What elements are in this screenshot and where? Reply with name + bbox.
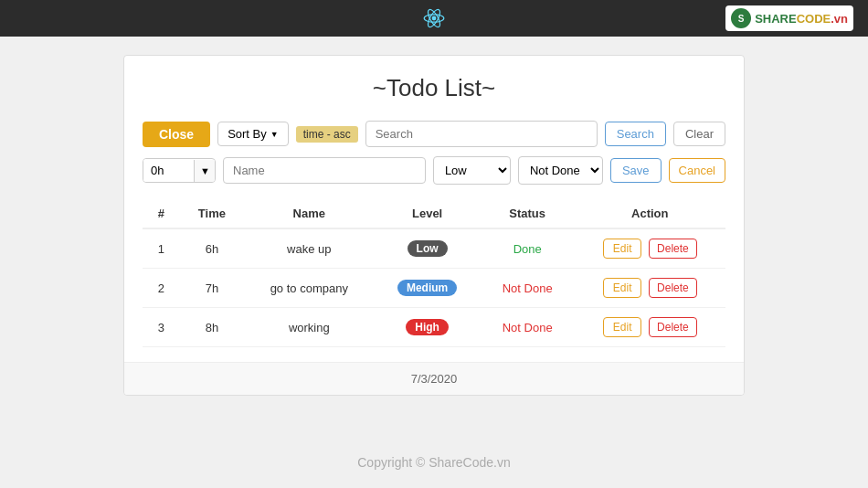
col-header-status: Status: [481, 199, 575, 228]
todo-container: ~Todo List~ Close Sort By time - asc Sea…: [123, 55, 745, 396]
cell-action: Edit Delete: [575, 269, 725, 308]
table-header-row: # Time Name Level Status Action: [143, 199, 725, 228]
sort-badge: time - asc: [296, 126, 358, 143]
status-select[interactable]: Not Done Done: [518, 156, 603, 185]
delete-button[interactable]: Delete: [649, 239, 697, 259]
todo-title: ~Todo List~: [143, 74, 725, 102]
cell-level: Low: [374, 228, 480, 269]
todo-footer: 7/3/2020: [124, 362, 744, 395]
cell-time: 7h: [180, 269, 244, 308]
navbar-center: [423, 7, 445, 29]
time-input-wrapper: ▼: [143, 158, 216, 183]
search-input[interactable]: [365, 121, 598, 147]
cell-name: wake up: [244, 228, 374, 269]
main-content: ~Todo List~ Close Sort By time - asc Sea…: [0, 37, 868, 437]
sort-by-button[interactable]: Sort By: [217, 122, 289, 146]
navbar: S SHARECODE.vn: [0, 0, 868, 37]
sharecode-logo: S SHARECODE.vn: [725, 5, 853, 31]
col-header-action: Action: [575, 199, 725, 228]
level-badge: Medium: [397, 280, 457, 296]
cell-num: 2: [143, 269, 180, 308]
brand-logo: S SHARECODE.vn: [725, 5, 853, 31]
cell-name: go to company: [244, 269, 374, 308]
table-row: 1 6h wake up Low Done Edit Delete: [143, 228, 725, 269]
cancel-button[interactable]: Cancel: [669, 158, 725, 183]
search-button[interactable]: Search: [605, 122, 666, 146]
logo-text: SHARECODE.vn: [755, 12, 848, 26]
edit-button[interactable]: Edit: [603, 239, 642, 259]
edit-button[interactable]: Edit: [603, 317, 642, 337]
cell-action: Edit Delete: [575, 308, 725, 347]
edit-button[interactable]: Edit: [603, 278, 642, 298]
cell-status: Done: [481, 228, 575, 269]
cell-level: Medium: [374, 269, 480, 308]
toolbar-row2: ▼ Low Medium High Not Done Done Save Can…: [143, 156, 725, 185]
level-select[interactable]: Low Medium High: [433, 156, 511, 185]
logo-icon: S: [731, 8, 751, 28]
cell-num: 1: [143, 228, 180, 269]
time-input[interactable]: [143, 159, 194, 182]
col-header-num: #: [143, 199, 180, 228]
level-badge: Low: [408, 240, 448, 257]
table-row: 2 7h go to company Medium Not Done Edit …: [143, 269, 725, 308]
page-footer: Copyright © ShareCode.vn: [0, 437, 868, 488]
cell-time: 6h: [180, 228, 244, 269]
cell-name: working: [244, 308, 374, 347]
delete-button[interactable]: Delete: [649, 317, 697, 337]
cell-status: Not Done: [481, 308, 575, 347]
delete-button[interactable]: Delete: [649, 278, 697, 298]
col-header-time: Time: [180, 199, 244, 228]
col-header-name: Name: [244, 199, 374, 228]
col-header-level: Level: [374, 199, 480, 228]
cell-level: High: [374, 308, 480, 347]
save-button[interactable]: Save: [610, 158, 662, 183]
react-icon: [423, 7, 445, 29]
cell-num: 3: [143, 308, 180, 347]
todo-table: # Time Name Level Status Action 1 6h wak…: [143, 199, 725, 347]
time-select[interactable]: ▼: [194, 160, 216, 182]
clear-button[interactable]: Clear: [673, 122, 725, 146]
name-input[interactable]: [223, 157, 426, 184]
cell-action: Edit Delete: [575, 228, 725, 269]
table-row: 3 8h working High Not Done Edit Delete: [143, 308, 725, 347]
svg-point-0: [432, 16, 437, 21]
cell-time: 8h: [180, 308, 244, 347]
cell-status: Not Done: [481, 269, 575, 308]
close-button[interactable]: Close: [143, 122, 210, 147]
level-badge: High: [406, 319, 449, 335]
toolbar-row1: Close Sort By time - asc Search Clear: [143, 121, 725, 147]
